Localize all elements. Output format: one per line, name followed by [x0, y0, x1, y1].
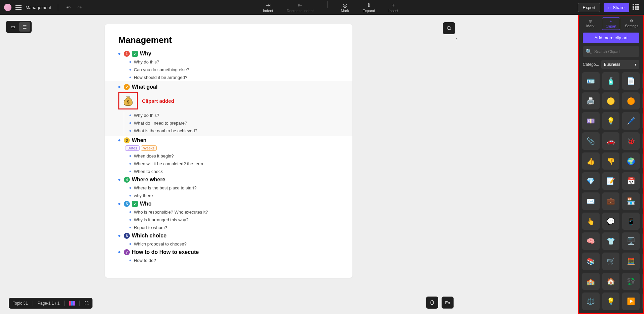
outline-topic[interactable]: 4 Where where	[118, 177, 339, 183]
export-button[interactable]: Export	[578, 3, 601, 12]
clipart-item[interactable]: 🐞	[622, 132, 640, 150]
collapse-panel-button[interactable]: ›	[454, 33, 460, 45]
clipart-item[interactable]: 📚	[582, 253, 600, 270]
clipart-item[interactable]: 📎	[582, 132, 600, 150]
outline-subitem[interactable]: When does it begin?	[129, 152, 339, 160]
mark-button[interactable]: ◎ Mark	[338, 1, 352, 13]
clipart-item[interactable]: ✂️	[642, 213, 643, 230]
clipart-item[interactable]: 🧴	[602, 72, 620, 90]
outline-topic[interactable]: 2 What goal	[118, 84, 339, 90]
outline-subitem[interactable]: Report to whom?	[129, 224, 339, 231]
theme-colors[interactable]	[69, 301, 75, 306]
share-button[interactable]: ⩍ Share	[604, 3, 629, 12]
clipart-item[interactable]: 📱	[622, 213, 640, 230]
clipart-item[interactable]: 🏪	[622, 192, 640, 210]
clipart-item[interactable]: 💰	[642, 92, 643, 110]
clipart-item[interactable]: 📝	[602, 172, 620, 190]
outline-subitem[interactable]: Which proposal to choose?	[129, 240, 339, 248]
fullscreen-button[interactable]: ⛶	[84, 301, 88, 306]
clipart-item[interactable]: 👕	[602, 232, 620, 250]
inserted-clipart[interactable]: $	[118, 92, 138, 109]
redo-button[interactable]: ↷	[76, 3, 83, 12]
clipart-item[interactable]: 👍	[582, 152, 600, 170]
outline-subitem[interactable]: Why do this?	[129, 111, 339, 119]
clipart-item[interactable]: 💱	[622, 273, 640, 290]
clipart-item[interactable]: 💬	[602, 213, 620, 230]
outline-subitem[interactable]: How should it be arranged?	[129, 74, 339, 81]
outline-topic[interactable]: 6 Which choice	[118, 233, 339, 239]
clipart-item[interactable]: 💡	[602, 112, 620, 130]
outline-subitem[interactable]: Why do this?	[129, 58, 339, 66]
page-title[interactable]: Management	[118, 35, 339, 45]
tag-pill[interactable]: Weeks	[141, 145, 157, 151]
clipart-item[interactable]: 🧮	[622, 253, 640, 270]
clipart-item[interactable]: 🖥️	[622, 232, 640, 250]
clipart-item[interactable]: 📄	[622, 72, 640, 90]
clipart-search[interactable]: 🔍	[583, 46, 639, 57]
clipart-search-input[interactable]	[594, 49, 637, 54]
outline-topic[interactable]: 7 How to do How to execute	[118, 249, 339, 255]
clipart-item[interactable]: 💡	[602, 293, 620, 310]
outline-subitem[interactable]: What do I need to prepare?	[129, 119, 339, 127]
clipart-item[interactable]: 🧭	[642, 192, 643, 210]
clipart-item[interactable]: 🏠	[602, 273, 620, 290]
clipart-item[interactable]: 👆	[582, 213, 600, 230]
outline-subitem[interactable]: When to check	[129, 168, 339, 175]
mouse-mode-button[interactable]	[426, 297, 438, 309]
outline-subitem[interactable]: Where is the best place to start?	[129, 184, 339, 192]
outline-subitem[interactable]: When will it be completed? the term	[129, 160, 339, 168]
clipart-item[interactable]: 🟡	[602, 92, 620, 110]
outline-subitem[interactable]: Who is responsible? Who executes it?	[129, 208, 339, 216]
outline-subitem[interactable]: How to do?	[129, 257, 339, 264]
mindmap-view-button[interactable]: ▭	[7, 22, 18, 32]
search-button[interactable]	[443, 22, 455, 34]
clipart-item[interactable]: 🖊️	[622, 112, 640, 130]
clipart-item[interactable]: ❤️	[642, 232, 643, 250]
category-select[interactable]: Business ▾	[601, 60, 639, 69]
clipart-item[interactable]: 🟠	[622, 92, 640, 110]
insert-button[interactable]: ＋ Insert	[386, 1, 401, 13]
outline-topic[interactable]: 3 When	[118, 137, 339, 143]
expand-button[interactable]: ⇕ Expand	[360, 1, 378, 13]
outline-subitem[interactable]: What is the goal to be achieved?	[129, 127, 339, 135]
clipart-item[interactable]: 🏫	[582, 273, 600, 290]
outline-subitem[interactable]: why there	[129, 192, 339, 199]
outline-view-button[interactable]: ☰	[19, 22, 30, 32]
clipart-item[interactable]: 🌍	[622, 152, 640, 170]
add-clipart-button[interactable]: Add more clip art	[583, 33, 639, 43]
fn-button[interactable]: Fn	[442, 297, 454, 309]
clipart-item[interactable]: 💼	[602, 192, 620, 210]
clipart-item[interactable]: 📅	[622, 172, 640, 190]
panel-tab-mark[interactable]: ◎ Mark	[581, 17, 600, 30]
clipart-item[interactable]: 🚗	[602, 132, 620, 150]
clipart-item[interactable]: 💷	[582, 112, 600, 130]
clipart-item[interactable]: 👎	[602, 152, 620, 170]
panel-tab-settings[interactable]: ⚙ Settings	[622, 17, 641, 30]
clipart-item[interactable]: 🌐	[642, 132, 643, 150]
clipart-item[interactable]: 📎	[642, 112, 643, 130]
clipart-item[interactable]: ⚖️	[582, 293, 600, 310]
undo-button[interactable]: ↶	[65, 3, 72, 12]
apps-button[interactable]	[633, 4, 640, 11]
clipart-item[interactable]: 🛒	[602, 253, 620, 270]
clipart-item[interactable]: ✉️	[642, 172, 643, 190]
clipart-item[interactable]: 🪪	[642, 273, 643, 290]
outline-topic[interactable]: 1 ✓ Why	[118, 51, 339, 57]
clipart-item[interactable]: 🏠	[642, 253, 643, 270]
clipart-item[interactable]: 📖	[642, 293, 643, 310]
clipart-item[interactable]: 🪪	[582, 72, 600, 90]
outline-topic[interactable]: 5 ✓ Who	[118, 201, 339, 207]
clipart-item[interactable]: 🖨️	[582, 92, 600, 110]
clipart-item[interactable]: 🧠	[582, 232, 600, 250]
clipart-item[interactable]: 💎	[582, 172, 600, 190]
panel-tab-clipart[interactable]: ✦ Clipart	[602, 17, 620, 30]
tag-pill[interactable]: Dates	[125, 145, 140, 151]
menu-button[interactable]	[15, 5, 22, 10]
indent-button[interactable]: ⇥ Indent	[260, 1, 276, 13]
outline-subitem[interactable]: Why is it arranged this way?	[129, 216, 339, 224]
clipart-item[interactable]: ✉️	[582, 192, 600, 210]
clipart-item[interactable]: 🖃	[642, 72, 643, 90]
page-info[interactable]: Page-1 1 / 1	[38, 301, 60, 306]
clipart-item[interactable]: 🖱️	[642, 152, 643, 170]
outline-subitem[interactable]: Can you do something else?	[129, 66, 339, 74]
